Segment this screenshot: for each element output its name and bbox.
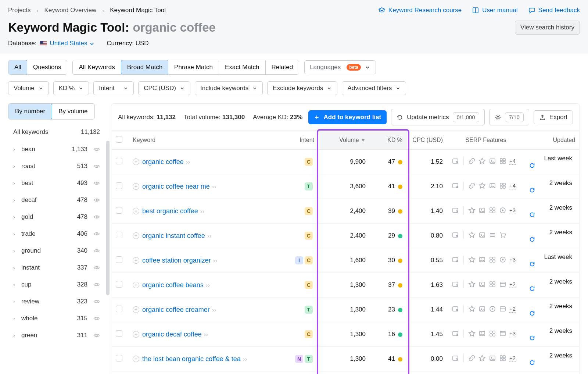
row-checkbox[interactable] [116, 330, 122, 337]
breadcrumb-projects[interactable]: Projects [8, 7, 31, 14]
sidebar-group-item[interactable]: › cup 328 [8, 276, 104, 293]
add-keyword-icon[interactable] [133, 282, 139, 288]
exclude-keywords-filter[interactable]: Exclude keywords [267, 81, 337, 95]
sidebar-scrollbar[interactable] [106, 141, 110, 295]
serp-more[interactable]: +2 [509, 281, 516, 288]
sidebar-by-number[interactable]: By number [8, 103, 52, 120]
keyword-link[interactable]: organic coffee beans [142, 281, 204, 289]
sidebar-group-item[interactable]: › trade 406 [8, 225, 104, 242]
refresh-row-icon[interactable] [529, 261, 575, 267]
row-checkbox[interactable] [116, 281, 122, 288]
keyword-link[interactable]: the lost bean organic coffee & tea [142, 355, 241, 363]
advanced-filters[interactable]: Advanced filters [342, 81, 406, 95]
row-checkbox[interactable] [116, 256, 122, 263]
intent-filter[interactable]: Intent [93, 81, 134, 95]
keyword-link[interactable]: organic coffee [142, 158, 184, 165]
add-keyword-icon[interactable] [133, 208, 139, 214]
serp-more[interactable]: +3 [509, 330, 516, 337]
keyword-link[interactable]: organic coffee near me [142, 183, 210, 190]
refresh-row-icon[interactable] [529, 211, 575, 218]
tab-related[interactable]: Related [266, 60, 299, 74]
tab-phrase-match[interactable]: Phrase Match [168, 60, 219, 74]
add-keyword-icon[interactable] [133, 306, 139, 313]
serp-more[interactable]: +4 [509, 182, 516, 189]
row-checkbox[interactable] [116, 306, 122, 312]
row-checkbox[interactable] [116, 158, 122, 164]
refresh-row-icon[interactable] [529, 335, 575, 341]
include-keywords-filter[interactable]: Include keywords [195, 81, 263, 95]
tab-questions[interactable]: Questions [27, 60, 67, 74]
serp-box-icon[interactable] [452, 330, 459, 337]
serp-box-icon[interactable] [452, 256, 459, 263]
sidebar-group-item[interactable]: › bean 1,133 [8, 141, 104, 158]
add-to-keyword-list-button[interactable]: Add to keyword list [308, 110, 387, 124]
keyword-link[interactable]: organic instant coffee [142, 232, 205, 239]
col-intent[interactable]: Intent [286, 131, 319, 150]
export-button[interactable]: Export [534, 110, 573, 124]
sidebar-group-item[interactable]: › green 311 [8, 327, 104, 344]
tab-broad-match[interactable]: Broad Match [121, 60, 169, 75]
refresh-row-icon[interactable] [529, 236, 575, 243]
serp-box-icon[interactable] [452, 207, 459, 214]
refresh-row-icon[interactable] [529, 162, 575, 169]
serp-more[interactable]: +2 [509, 355, 516, 362]
sidebar-group-item[interactable]: › gold 478 [8, 209, 104, 225]
refresh-row-icon[interactable] [529, 310, 575, 317]
keyword-research-course-link[interactable]: Keyword Research course [378, 7, 462, 14]
serp-box-icon[interactable] [452, 355, 459, 362]
keyword-link[interactable]: organic decaf coffee [142, 331, 202, 338]
serp-more[interactable]: +3 [509, 256, 516, 263]
sidebar-group-item[interactable]: › best 493 [8, 175, 104, 192]
refresh-row-icon[interactable] [529, 285, 575, 292]
cpc-filter[interactable]: CPC (USD) [138, 81, 190, 95]
serp-more[interactable]: +4 [509, 158, 516, 165]
row-checkbox[interactable] [116, 207, 122, 214]
tab-all-keywords[interactable]: All Keywords [73, 60, 121, 74]
row-checkbox[interactable] [116, 232, 122, 238]
update-metrics-button[interactable]: Update metrics 0/1,000 [391, 109, 484, 125]
send-feedback-link[interactable]: Send feedback [528, 7, 580, 14]
sidebar-group-item[interactable]: › decaf 478 [8, 192, 104, 209]
keyword-link[interactable]: best organic coffee [142, 207, 198, 215]
kd-filter[interactable]: KD % [53, 81, 89, 95]
add-keyword-icon[interactable] [133, 183, 139, 190]
breadcrumb-overview[interactable]: Keyword Overview [44, 7, 96, 14]
row-checkbox[interactable] [116, 182, 122, 189]
sidebar-group-item[interactable]: › review 323 [8, 293, 104, 310]
database-select[interactable]: United States [50, 40, 95, 47]
col-kd[interactable]: KD % [370, 131, 407, 150]
col-keyword[interactable]: Keyword [128, 131, 286, 150]
keyword-link[interactable]: organic coffee creamer [142, 306, 210, 313]
col-updated[interactable]: Updated [524, 131, 580, 150]
sidebar-group-item[interactable]: › ground 340 [8, 242, 104, 259]
languages-select[interactable]: Languages beta [304, 60, 376, 74]
serp-box-icon[interactable] [452, 281, 459, 288]
user-manual-link[interactable]: User manual [472, 7, 517, 14]
select-all-checkbox[interactable] [116, 136, 122, 143]
sidebar-group-item[interactable]: › instant 337 [8, 259, 104, 276]
add-keyword-icon[interactable] [133, 331, 139, 338]
col-cpc[interactable]: CPC (USD) [407, 131, 447, 150]
serp-box-icon[interactable] [452, 182, 459, 189]
tab-all[interactable]: All [8, 60, 28, 75]
serp-box-icon[interactable] [452, 157, 459, 165]
sidebar-group-item[interactable]: › roast 513 [8, 158, 104, 175]
sidebar-group-item[interactable]: › whole 315 [8, 310, 104, 327]
add-keyword-icon[interactable] [133, 158, 139, 165]
view-search-history-button[interactable]: View search history [515, 21, 580, 35]
serp-more[interactable]: +2 [509, 306, 516, 313]
refresh-row-icon[interactable] [529, 187, 575, 193]
refresh-row-icon[interactable] [529, 359, 575, 366]
tab-exact-match[interactable]: Exact Match [219, 60, 266, 74]
serp-box-icon[interactable] [452, 231, 459, 239]
col-serp[interactable]: SERP Features [447, 131, 524, 150]
row-checkbox[interactable] [116, 355, 122, 361]
columns-settings-button[interactable]: 7/10 [489, 109, 529, 125]
serp-more[interactable]: +3 [509, 207, 516, 214]
volume-filter[interactable]: Volume [8, 81, 49, 95]
col-volume[interactable]: Volume [319, 131, 370, 150]
add-keyword-icon[interactable] [133, 232, 139, 239]
sidebar-by-volume[interactable]: By volume [52, 104, 94, 119]
serp-box-icon[interactable] [452, 305, 459, 313]
add-keyword-icon[interactable] [133, 257, 139, 264]
